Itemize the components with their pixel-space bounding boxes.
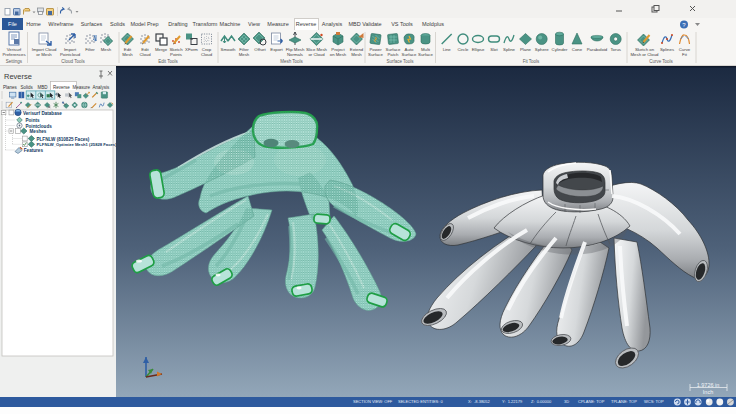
svg-text:Curve: Curve	[679, 47, 691, 52]
svg-text:Line: Line	[443, 47, 452, 52]
svg-text:Edit Tools: Edit Tools	[158, 59, 178, 64]
svg-text:Auto: Auto	[405, 47, 414, 52]
svg-text:Analysis: Analysis	[93, 85, 111, 90]
svg-text:Ellipse: Ellipse	[472, 47, 485, 52]
svg-text:Mesh Tools: Mesh Tools	[280, 59, 303, 64]
svg-text:Cloud Tools: Cloud Tools	[61, 59, 85, 64]
svg-text:Meshes: Meshes	[30, 129, 47, 134]
svg-text:Edit: Edit	[141, 47, 149, 52]
svg-text:Mesh: Mesh	[351, 52, 362, 57]
svg-text:Reverse: Reverse	[4, 72, 32, 81]
svg-text:Mesh: Mesh	[122, 52, 133, 57]
svg-text:Points: Points	[26, 118, 40, 123]
svg-text:PLFNLW (810825 Faces): PLFNLW (810825 Faces)	[37, 137, 90, 142]
svg-text:Import Cloud: Import Cloud	[32, 47, 57, 52]
svg-text:Inch: Inch	[703, 389, 713, 395]
svg-text:Mesh or Cloud: Mesh or Cloud	[631, 52, 660, 57]
svg-text:Splines: Splines	[660, 47, 674, 52]
svg-text:Filter: Filter	[239, 47, 249, 52]
svg-text:Multi: Multi	[421, 47, 430, 52]
svg-text:Mesh: Mesh	[239, 52, 250, 57]
svg-text:Edit: Edit	[124, 47, 132, 52]
svg-text:Spline: Spline	[503, 47, 516, 52]
svg-text:Torus: Torus	[610, 47, 621, 52]
svg-text:Fit: Fit	[682, 52, 688, 57]
svg-text:Crop: Crop	[202, 47, 212, 52]
svg-text:Normals: Normals	[287, 52, 303, 57]
svg-text:Points: Points	[170, 52, 182, 57]
svg-text:Planes: Planes	[3, 85, 18, 90]
svg-text:Smooth: Smooth	[221, 47, 236, 52]
svg-text:PLFNLW_Optimize Mesh1 (25828 F: PLFNLW_Optimize Mesh1 (25828 Faces)	[37, 142, 117, 147]
svg-text:Surface: Surface	[368, 52, 383, 57]
svg-text:Flip Mesh: Flip Mesh	[286, 47, 305, 52]
svg-text:Slot: Slot	[490, 47, 498, 52]
svg-text:Verisurf Database: Verisurf Database	[23, 111, 62, 116]
svg-text:Settings: Settings	[6, 59, 23, 64]
svg-text:Preferences: Preferences	[2, 52, 25, 57]
svg-text:Cloud: Cloud	[139, 52, 151, 57]
svg-text:Surface: Surface	[386, 47, 401, 52]
svg-text:Cylinder: Cylinder	[552, 47, 568, 52]
svg-text:Filter: Filter	[85, 47, 95, 52]
svg-text:Paraboloid: Paraboloid	[587, 47, 608, 52]
svg-text:XForm: XForm	[185, 47, 198, 52]
svg-text:Surface: Surface	[418, 52, 433, 57]
svg-text:Curve Tools: Curve Tools	[649, 59, 673, 64]
svg-text:Cone: Cone	[572, 47, 583, 52]
svg-text:Mesh: Mesh	[101, 47, 112, 52]
svg-text:Reverse: Reverse	[53, 85, 70, 90]
svg-text:Import: Import	[64, 47, 77, 52]
svg-text:Plane: Plane	[520, 47, 532, 52]
svg-text:Extend: Extend	[350, 47, 364, 52]
svg-text:Offset: Offset	[254, 47, 266, 52]
svg-text:Sphere: Sphere	[535, 47, 549, 52]
svg-text:or Cloud: or Cloud	[308, 52, 325, 57]
svg-text:Solids: Solids	[20, 85, 33, 90]
svg-text:Surface Tools: Surface Tools	[386, 59, 414, 64]
svg-text:Patch: Patch	[388, 52, 400, 57]
svg-text:Sketch on: Sketch on	[635, 47, 655, 52]
svg-text:Pointclouds: Pointclouds	[26, 124, 53, 129]
svg-text:MBD: MBD	[37, 85, 48, 90]
svg-text:Fit Tools: Fit Tools	[523, 59, 540, 64]
svg-text:Features: Features	[24, 148, 44, 153]
svg-text:Measure: Measure	[73, 85, 91, 90]
svg-text:Merge: Merge	[155, 47, 168, 52]
svg-text:Slice Mesh: Slice Mesh	[306, 47, 328, 52]
svg-text:Export: Export	[270, 47, 283, 52]
svg-text:on Mesh: on Mesh	[330, 52, 347, 57]
svg-text:Power: Power	[369, 47, 382, 52]
svg-text:Circle: Circle	[458, 47, 470, 52]
svg-text:Sketch: Sketch	[169, 47, 183, 52]
svg-text:Cloud: Cloud	[201, 52, 213, 57]
svg-text:Verisurf: Verisurf	[7, 47, 22, 52]
svg-text:or Mesh: or Mesh	[36, 52, 52, 57]
svg-text:Project: Project	[331, 47, 345, 52]
svg-text:1.9726 in: 1.9726 in	[697, 382, 720, 388]
svg-text:Pointcloud: Pointcloud	[60, 52, 81, 57]
svg-text:Surface: Surface	[402, 52, 417, 57]
